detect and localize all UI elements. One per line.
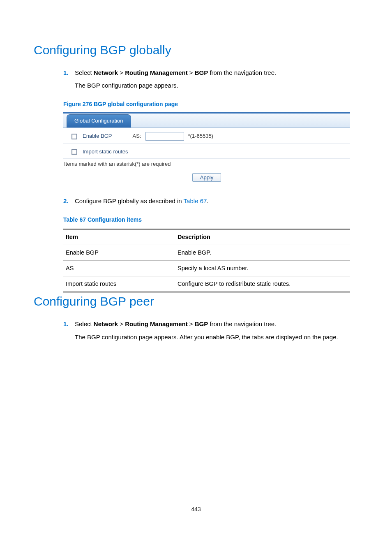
step-1: 1. Select Network > Routing Management >… xyxy=(63,68,358,90)
link-table-67[interactable]: Table 67 xyxy=(184,197,207,204)
enable-bgp-checkbox[interactable] xyxy=(71,134,77,139)
text: Select xyxy=(75,320,94,327)
heading-configuring-bgp-globally: Configuring BGP globally xyxy=(34,41,358,59)
step-number: 2. xyxy=(63,197,75,206)
nav-network: Network xyxy=(94,320,118,327)
cell-desc: Configure BGP to redistribute static rou… xyxy=(175,276,350,292)
steps-section1b: 2. Configure BGP globally as described i… xyxy=(63,197,358,206)
step-number: 1. xyxy=(63,320,75,329)
enable-bgp-label: Enable BGP xyxy=(83,132,112,140)
as-label: AS: xyxy=(133,132,141,140)
steps-section2: 1. Select Network > Routing Management >… xyxy=(63,320,358,342)
steps-section1: 1. Select Network > Routing Management >… xyxy=(63,68,358,90)
bgp-config-figure: Global Configuration Enable BGP AS: *(1-… xyxy=(63,112,350,188)
sep: > xyxy=(118,320,125,327)
tab-global-configuration[interactable]: Global Configuration xyxy=(67,114,131,127)
sep: > xyxy=(188,320,195,327)
text: Configure BGP globally as described in xyxy=(75,197,184,204)
as-hint: *(1-65535) xyxy=(188,132,213,140)
page: Configuring BGP globally 1. Select Netwo… xyxy=(0,0,392,533)
table-row: Enable BGP Enable BGP. xyxy=(63,245,350,261)
table-caption: Table 67 Configuration items xyxy=(63,216,358,224)
row-import-static: Import static routes xyxy=(63,144,350,159)
nav-network: Network xyxy=(94,69,118,76)
cell-item: AS xyxy=(63,261,175,276)
nav-bgp: BGP xyxy=(195,320,208,327)
step-number: 1. xyxy=(63,68,75,77)
text: Select xyxy=(75,69,94,76)
step-body: Select Network > Routing Management > BG… xyxy=(75,68,358,90)
nav-routing-management: Routing Management xyxy=(125,320,188,327)
cell-desc: Enable BGP. xyxy=(175,245,350,261)
import-static-checkbox[interactable] xyxy=(71,149,77,155)
text: from the navigation tree. xyxy=(208,69,276,76)
cell-item: Enable BGP xyxy=(63,245,175,261)
as-input[interactable] xyxy=(145,132,184,141)
tabs-row: Global Configuration xyxy=(63,114,350,128)
import-static-label: Import static routes xyxy=(83,148,128,156)
row-enable-as: Enable BGP AS: *(1-65535) xyxy=(63,128,350,144)
text: . xyxy=(207,197,208,204)
apply-button[interactable]: Apply xyxy=(192,173,221,182)
step-sub: The BGP configuration page appears. Afte… xyxy=(75,333,358,342)
step-1-peer: 1. Select Network > Routing Management >… xyxy=(63,320,358,342)
sep: > xyxy=(118,69,125,76)
text: from the navigation tree. xyxy=(208,320,276,327)
table-row: Import static routes Configure BGP to re… xyxy=(63,276,350,292)
step-2: 2. Configure BGP globally as described i… xyxy=(63,197,358,206)
step-sub: The BGP configuration page appears. xyxy=(75,81,358,90)
cell-item: Import static routes xyxy=(63,276,175,292)
nav-routing-management: Routing Management xyxy=(125,69,188,76)
th-item: Item xyxy=(63,229,175,245)
figure-caption: Figure 276 BGP global configuration page xyxy=(63,100,358,108)
table-67: Item Description Enable BGP Enable BGP. … xyxy=(63,229,350,292)
sep: > xyxy=(188,69,195,76)
step-body: Configure BGP globally as described in T… xyxy=(75,197,358,206)
heading-configuring-bgp-peer: Configuring BGP peer xyxy=(34,292,358,311)
step-body: Select Network > Routing Management > BG… xyxy=(75,320,358,342)
cell-desc: Specify a local AS number. xyxy=(175,261,350,276)
apply-row: Apply xyxy=(63,171,350,188)
page-number: 443 xyxy=(0,505,392,513)
required-note: Items marked with an asterisk(*) are req… xyxy=(63,159,350,171)
table-row: AS Specify a local AS number. xyxy=(63,261,350,276)
nav-bgp: BGP xyxy=(195,69,208,76)
th-description: Description xyxy=(175,229,350,245)
